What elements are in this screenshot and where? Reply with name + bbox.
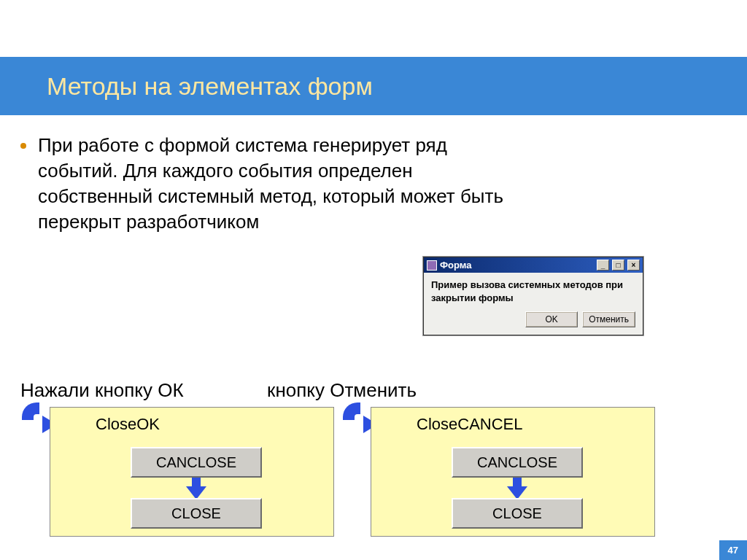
- maximize-button[interactable]: □: [612, 260, 624, 271]
- cancel-button[interactable]: Отменить: [582, 311, 635, 327]
- label-ok-pressed: Нажали кнопку ОК: [20, 379, 184, 402]
- bullet-dot-icon: [20, 143, 26, 149]
- flow-cancel-close-box: CLOSE: [452, 498, 583, 529]
- dialog-message: Пример вызова системных методов при закр…: [431, 279, 635, 304]
- minimize-button[interactable]: _: [597, 260, 609, 271]
- flow-cancel-close-label: CLOSE: [492, 505, 542, 522]
- dialog-button-row: OK Отменить: [431, 311, 635, 327]
- arrow-down-icon: [187, 478, 205, 499]
- dialog-body: Пример вызова системных методов при закр…: [424, 273, 643, 335]
- flow-ok-panel: CloseOK CANCLOSE CLOSE: [50, 407, 334, 537]
- ok-button[interactable]: OK: [525, 311, 578, 327]
- bullet-text: При работе с формой система генерирует р…: [38, 133, 516, 235]
- slide-title-bar: Методы на элементах форм: [0, 57, 747, 115]
- form-icon: [427, 260, 437, 271]
- dialog-title-text: Форма: [440, 260, 471, 271]
- flow-ok-canclose-box: CANCLOSE: [131, 447, 262, 478]
- slide-title: Методы на элементах форм: [47, 72, 373, 101]
- close-button[interactable]: ×: [627, 260, 640, 271]
- flow-ok-close-label: CLOSE: [171, 505, 221, 522]
- slide-number-badge: 47: [719, 540, 747, 560]
- dialog-title-bar: Форма _ □ ×: [424, 257, 643, 273]
- example-dialog: Форма _ □ × Пример вызова системных мето…: [423, 257, 643, 335]
- bullet-row: При работе с формой система генерирует р…: [20, 133, 516, 235]
- flow-ok-canclose-label: CANCLOSE: [156, 454, 236, 471]
- arrow-down-icon: [508, 478, 526, 499]
- flow-ok-close-box: CLOSE: [131, 498, 262, 529]
- flow-cancel-canclose-box: CANCLOSE: [452, 447, 583, 478]
- flow-cancel-panel: CloseCANCEL CANCLOSE CLOSE: [371, 407, 655, 537]
- flow-cancel-start: CloseCANCEL: [417, 415, 523, 434]
- flow-ok-start: CloseOK: [96, 415, 160, 434]
- flow-cancel-canclose-label: CANCLOSE: [477, 454, 557, 471]
- label-cancel-pressed: кнопку Отменить: [267, 379, 417, 402]
